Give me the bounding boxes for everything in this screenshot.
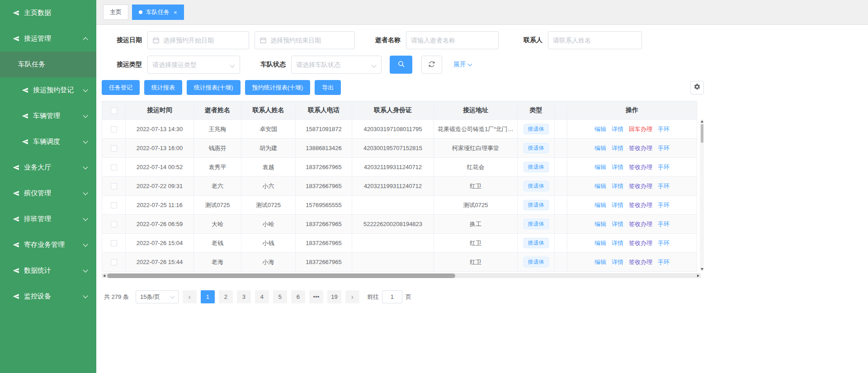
type-tag: 接遗体 (524, 162, 549, 172)
action-link[interactable]: 详情 (612, 164, 623, 170)
sidebar-item[interactable]: 接运预约登记 (0, 77, 96, 103)
action-link[interactable]: 手环 (658, 164, 670, 170)
sidebar-item[interactable]: 监控设备 (0, 283, 96, 309)
date-end-input[interactable] (255, 32, 354, 49)
date-start-picker[interactable] (147, 31, 249, 49)
cell-time: 2022-07-22 09:31 (126, 177, 194, 196)
tab-fleet-tasks[interactable]: 车队任务 × (132, 5, 184, 20)
action-link[interactable]: 手环 (658, 202, 670, 208)
cell-time: 2022-07-26 06:59 (126, 215, 194, 234)
fleet-status-select[interactable] (291, 56, 382, 74)
sidebar-item[interactable]: 车辆管理 (0, 103, 96, 129)
sidebar-item-label: 排班管理 (24, 215, 84, 223)
page-button[interactable]: 1 (201, 290, 215, 303)
sidebar-item-label: 殡仪管理 (24, 189, 84, 198)
action-link[interactable]: 编辑 (594, 183, 606, 189)
page-button[interactable]: 2 (219, 290, 233, 303)
contact-name-input[interactable] (548, 32, 642, 49)
action-link[interactable]: 编辑 (594, 240, 606, 246)
sidebar-item[interactable]: 寄存业务管理 (0, 232, 96, 258)
select-all-checkbox[interactable] (111, 108, 117, 114)
next-page-button[interactable]: › (345, 290, 359, 303)
action-link[interactable]: 手环 (658, 221, 670, 227)
prev-page-button[interactable]: ‹ (183, 290, 197, 303)
sidebar-item[interactable]: 主页数据 (0, 0, 96, 26)
table-settings-button[interactable] (690, 81, 704, 94)
cell-contact-name: 小六 (241, 177, 296, 196)
action-link[interactable]: 签收办理 (629, 221, 652, 227)
action-link[interactable]: 手环 (658, 240, 670, 246)
action-link[interactable]: 编辑 (594, 145, 606, 151)
sidebar: 主页数据接运管理车队任务接运预约登记车辆管理车辆调度业务大厅殡仪管理排班管理寄存… (0, 0, 96, 373)
action-link[interactable]: 签收办理 (629, 183, 652, 189)
action-link[interactable]: 签收办理 (629, 164, 652, 170)
action-link[interactable]: 编辑 (594, 164, 606, 170)
page-button[interactable]: 6 (291, 290, 305, 303)
task-register-button[interactable]: 任务登记 (102, 80, 140, 95)
action-link[interactable]: 编辑 (594, 202, 606, 208)
deceased-name-input[interactable] (406, 32, 498, 49)
action-link[interactable]: 详情 (612, 145, 623, 151)
action-link[interactable]: 编辑 (594, 221, 606, 227)
row-checkbox[interactable] (111, 126, 117, 132)
search-button[interactable] (390, 56, 412, 74)
refresh-button[interactable] (421, 56, 442, 74)
action-link[interactable]: 详情 (612, 202, 623, 208)
row-checkbox[interactable] (111, 221, 117, 227)
tab-home[interactable]: 主页 (103, 5, 128, 20)
action-link[interactable]: 签收办理 (629, 259, 652, 265)
horizontal-scrollbar-thumb[interactable] (107, 274, 455, 278)
expand-link[interactable]: 展开 (453, 61, 472, 69)
action-link[interactable]: 编辑 (594, 259, 606, 265)
stats-report-shiyan-button[interactable]: 统计报表(十堰) (187, 80, 241, 95)
row-checkbox[interactable] (111, 145, 117, 151)
export-button[interactable]: 导出 (315, 80, 341, 95)
vertical-scrollbar-thumb[interactable] (701, 124, 703, 143)
transport-type-select[interactable] (147, 56, 240, 74)
row-checkbox[interactable] (111, 164, 117, 170)
action-link[interactable]: 签收办理 (629, 145, 652, 151)
row-checkbox[interactable] (111, 183, 117, 189)
action-link[interactable]: 手环 (658, 145, 670, 151)
row-checkbox[interactable] (111, 202, 117, 208)
action-link[interactable]: 详情 (612, 126, 623, 132)
sidebar-item[interactable]: 接运管理 (0, 26, 96, 52)
sidebar-item[interactable]: 排班管理 (0, 206, 96, 232)
stats-report-button[interactable]: 统计报表 (144, 80, 182, 95)
booking-stats-report-shiyan-button[interactable]: 预约统计报表(十堰) (245, 80, 311, 95)
action-link[interactable]: 详情 (612, 240, 623, 246)
date-start-input[interactable] (148, 32, 249, 49)
row-checkbox[interactable] (111, 259, 117, 265)
page-button[interactable]: 5 (273, 290, 287, 303)
goto-page-input[interactable] (382, 290, 402, 303)
sidebar-item[interactable]: 数据统计 (0, 258, 96, 283)
date-end-picker[interactable] (255, 31, 355, 49)
column-header: 联系人身份证 (352, 101, 434, 120)
action-link[interactable]: 回车办理 (629, 126, 652, 132)
row-checkbox[interactable] (111, 240, 117, 246)
sidebar-item[interactable]: 殡仪管理 (0, 180, 96, 206)
close-tab-icon[interactable]: × (174, 9, 177, 16)
action-link[interactable]: 签收办理 (629, 202, 652, 208)
action-link[interactable]: 详情 (612, 221, 623, 227)
action-link[interactable]: 签收办理 (629, 240, 652, 246)
action-link[interactable]: 编辑 (594, 126, 606, 132)
action-link[interactable]: 手环 (658, 183, 670, 189)
action-link[interactable]: 详情 (612, 259, 623, 265)
transport-type-input[interactable] (148, 56, 240, 73)
page-button[interactable]: 3 (237, 290, 251, 303)
page-ellipsis[interactable]: ••• (309, 290, 323, 303)
action-link[interactable]: 手环 (658, 259, 670, 265)
action-link[interactable]: 详情 (612, 183, 623, 189)
action-link[interactable]: 手环 (658, 126, 670, 132)
sidebar-item[interactable]: 车队任务 (0, 52, 96, 77)
sidebar-item[interactable]: 车辆调度 (0, 129, 96, 155)
vertical-scrollbar[interactable] (700, 119, 704, 271)
sidebar-item[interactable]: 业务大厅 (0, 155, 96, 180)
page-size-select[interactable]: 15条/页 (136, 290, 179, 303)
page-button[interactable]: 4 (255, 290, 269, 303)
page-button[interactable]: 19 (327, 290, 341, 303)
horizontal-scrollbar[interactable] (102, 273, 701, 278)
app: 主页数据接运管理车队任务接运预约登记车辆管理车辆调度业务大厅殡仪管理排班管理寄存… (0, 0, 868, 373)
fleet-status-input[interactable] (292, 56, 381, 73)
